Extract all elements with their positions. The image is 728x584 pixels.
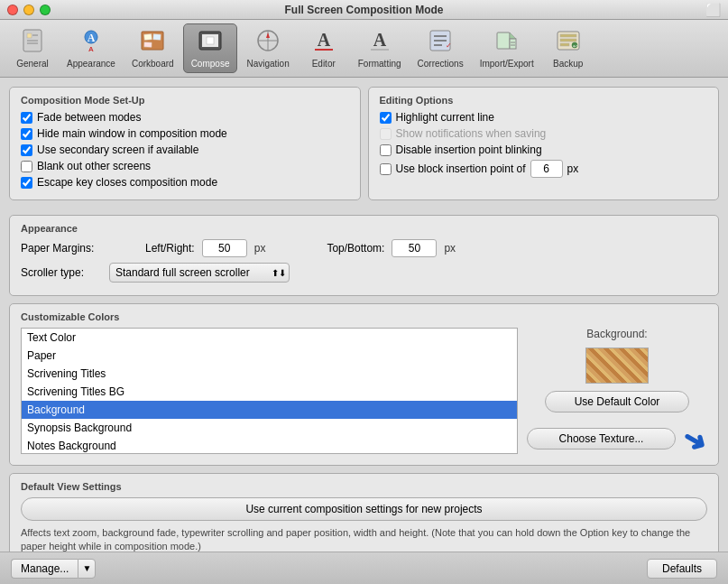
toolbar-general-label: General [16, 59, 49, 69]
manage-button[interactable]: Manage... [11, 559, 78, 579]
toolbar-corkboard[interactable]: Corkboard [124, 24, 181, 72]
toolbar-editor[interactable]: A Editor [299, 24, 349, 72]
svg-text:A: A [88, 45, 94, 53]
close-button[interactable] [7, 5, 18, 15]
window-controls[interactable] [7, 5, 51, 15]
colors-title: Customizable Colors [21, 311, 707, 322]
svg-rect-14 [207, 37, 214, 44]
color-item-scrivtitles[interactable]: Scrivening Titles [22, 365, 517, 383]
use-current-settings-button[interactable]: Use current composition settings for new… [21, 497, 707, 521]
fade-checkbox[interactable] [21, 112, 32, 124]
svg-rect-34 [560, 34, 576, 37]
fade-row: Fade between modes [21, 111, 349, 124]
svg-marker-18 [266, 32, 270, 38]
blinking-checkbox[interactable] [380, 144, 392, 156]
highlight-row: Highlight current line [380, 111, 708, 124]
block-checkbox[interactable] [380, 163, 392, 175]
color-item-notesbg[interactable]: Notes Background [22, 437, 517, 454]
escape-checkbox[interactable] [21, 177, 32, 189]
blank-row: Blank out other screens [21, 160, 349, 172]
composition-setup-section: Composition Mode Set-Up Fade between mod… [9, 87, 361, 200]
editor-icon: A [311, 28, 336, 57]
appearance-title: Appearance [21, 223, 707, 234]
left-right-label: Left/Right: [145, 242, 195, 255]
colors-list[interactable]: Text Color Paper Scrivening Titles Scriv… [21, 328, 518, 454]
blank-checkbox[interactable] [21, 161, 32, 172]
manage-dropdown-button[interactable]: ▼ [78, 559, 96, 579]
manage-btn-container: Manage... ▼ [11, 559, 96, 579]
toolbar-backup[interactable]: ↩ Backup [543, 24, 594, 72]
colors-inner: Text Color Paper Scrivening Titles Scriv… [21, 328, 707, 458]
toolbar-general[interactable]: General [7, 24, 58, 72]
highlight-label: Highlight current line [396, 111, 494, 124]
default-view-section: Default View Settings Use current compos… [9, 473, 719, 557]
colors-right: Background: Use Default Color Choose Tex… [527, 328, 707, 458]
scroller-select-wrapper: Standard full screen scroller Narrow scr… [109, 263, 290, 283]
toolbar-backup-label: Backup [553, 59, 583, 69]
corrections-icon: ✓ [428, 28, 453, 57]
maximize-button[interactable] [40, 5, 51, 15]
defaults-button[interactable]: Defaults [647, 559, 717, 579]
svg-rect-11 [144, 42, 152, 47]
svg-rect-9 [144, 34, 152, 41]
choose-texture-button[interactable]: Choose Texture... [527, 428, 676, 450]
toolbar-appearance[interactable]: A A Appearance [60, 24, 123, 72]
highlight-checkbox[interactable] [380, 112, 392, 124]
toolbar-corrections[interactable]: ✓ Corrections [410, 24, 471, 72]
top-bottom-label: Top/Bottom: [327, 242, 384, 255]
svg-rect-35 [560, 39, 576, 42]
secondary-row: Use secondary screen if available [21, 144, 349, 156]
scroller-row: Scroller type: Standard full screen scro… [21, 263, 707, 283]
margins-row: Paper Margins: Left/Right: px Top/Bottom… [21, 239, 707, 257]
use-default-color-button[interactable]: Use Default Color [545, 391, 689, 413]
color-item-synopsisbg[interactable]: Synopsis Background [22, 419, 517, 437]
block-value-input[interactable]: 6 [530, 160, 563, 178]
hide-main-checkbox[interactable] [21, 128, 32, 140]
corkboard-icon [140, 28, 165, 57]
escape-label: Escape key closes composition mode [37, 176, 217, 189]
toolbar-compose[interactable]: Compose [183, 23, 238, 73]
appearance-icon: A A [78, 28, 104, 57]
svg-marker-29 [510, 32, 516, 39]
svg-rect-36 [560, 43, 569, 46]
paper-margins-label: Paper Margins: [21, 242, 102, 255]
escape-row: Escape key closes composition mode [21, 176, 349, 189]
block-label: Use block insertion point of [396, 162, 526, 175]
toolbar-editor-label: Editor [312, 59, 336, 69]
color-item-paper[interactable]: Paper [22, 347, 517, 365]
hide-main-label: Hide main window in composition mode [37, 127, 227, 140]
color-item-scrivtitlesbg[interactable]: Scrivening Titles BG [22, 383, 517, 401]
svg-text:↩: ↩ [572, 43, 576, 49]
formatting-icon: A [367, 28, 392, 57]
minimize-button[interactable] [23, 5, 34, 15]
toolbar-formatting[interactable]: A Formatting [351, 24, 409, 72]
color-item-background[interactable]: Background [22, 401, 517, 419]
window-title: Full Screen Composition Mode [284, 4, 443, 16]
toolbar-importexport[interactable]: Import/Export [473, 24, 541, 72]
svg-rect-10 [153, 34, 161, 40]
left-right-unit: px [254, 242, 266, 255]
svg-text:A: A [317, 30, 330, 50]
blinking-row: Disable insertion point blinking [380, 144, 708, 156]
scroller-type-label: Scroller type: [21, 266, 102, 279]
fade-label: Fade between modes [37, 111, 141, 124]
block-row: Use block insertion point of 6 px [380, 160, 708, 178]
top-bottom-input[interactable] [392, 239, 437, 257]
editing-options-title: Editing Options [380, 95, 708, 106]
toolbar-navigation[interactable]: Navigation [239, 24, 296, 72]
texture-preview [585, 348, 649, 384]
color-item-textcolor[interactable]: Text Color [22, 329, 517, 347]
composition-setup-title: Composition Mode Set-Up [21, 95, 349, 106]
editing-options-section: Editing Options Highlight current line S… [368, 87, 720, 200]
scroller-type-select[interactable]: Standard full screen scroller Narrow scr… [109, 263, 290, 283]
left-right-input[interactable] [202, 239, 247, 257]
secondary-checkbox[interactable] [21, 144, 32, 156]
blinking-label: Disable insertion point blinking [396, 144, 542, 156]
notifications-checkbox [380, 128, 392, 140]
default-view-description: Affects text zoom, background fade, type… [21, 526, 707, 554]
toolbar-appearance-label: Appearance [67, 59, 115, 69]
main-content: Composition Mode Set-Up Fade between mod… [0, 78, 728, 557]
block-px-label: px [567, 162, 579, 175]
toolbar-importexport-label: Import/Export [480, 59, 534, 69]
toolbar-navigation-label: Navigation [246, 59, 289, 69]
